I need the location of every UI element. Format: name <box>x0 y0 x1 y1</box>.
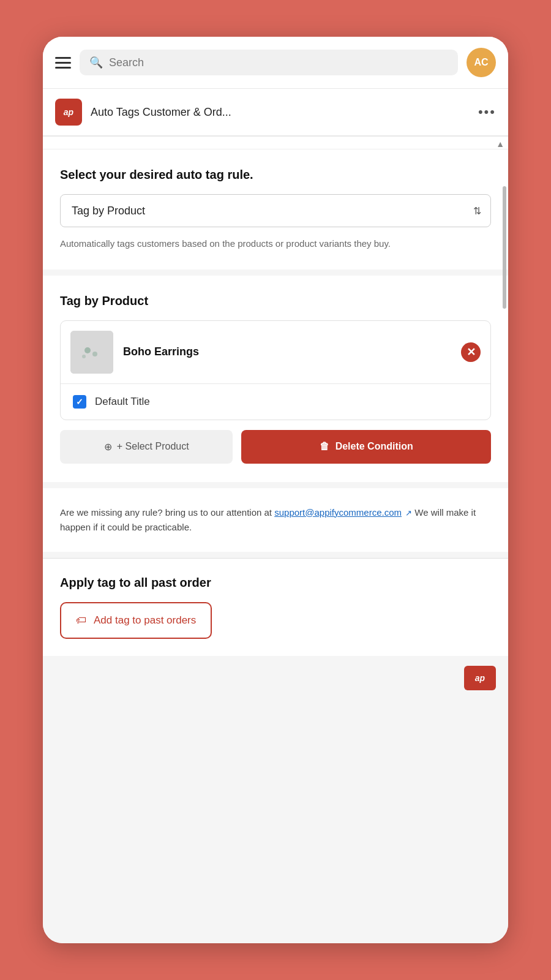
main-content: Select your desired auto tag rule. Tag b… <box>43 149 508 943</box>
rule-description: Automatically tags customers based on th… <box>60 237 491 251</box>
variant-checkbox[interactable]: ✓ <box>73 395 86 409</box>
close-icon: ✕ <box>467 345 476 359</box>
hamburger-menu[interactable] <box>55 57 71 69</box>
product-name: Boho Earrings <box>123 345 461 358</box>
info-text: Are we missing any rule? bring us to our… <box>60 505 491 535</box>
past-orders-title: Apply tag to all past order <box>60 576 491 590</box>
product-card: Boho Earrings ✕ ✓ Default Title <box>60 320 491 420</box>
support-email-link[interactable]: support@appifycommerce.com <box>274 507 402 518</box>
product-row: Boho Earrings ✕ <box>61 321 490 384</box>
app-title: Auto Tags Customer & Ord... <box>91 106 478 119</box>
variant-label: Default Title <box>95 396 150 408</box>
content-wrapper: Select your desired auto tag rule. Tag b… <box>43 149 508 699</box>
top-bar: 🔍 AC <box>43 37 508 89</box>
remove-product-button[interactable]: ✕ <box>461 342 481 362</box>
variant-row: ✓ Default Title <box>61 384 490 420</box>
rule-select-wrapper: Tag by Product Tag by Order Amount Tag b… <box>60 194 491 227</box>
select-product-label: + Select Product <box>117 441 189 452</box>
svg-point-1 <box>84 347 91 353</box>
svg-point-3 <box>82 355 86 358</box>
svg-rect-0 <box>70 331 113 374</box>
app-logo: ap <box>55 99 82 126</box>
scrollbar-thumb[interactable] <box>503 186 506 309</box>
delete-condition-label: Delete Condition <box>335 441 413 452</box>
info-section: Are we missing any rule? bring us to our… <box>43 488 508 552</box>
app-header: ap Auto Tags Customer & Ord... ••• <box>43 89 508 137</box>
past-orders-section: Apply tag to all past order 🏷 Add tag to… <box>43 559 508 656</box>
search-bar[interactable]: 🔍 <box>80 50 458 75</box>
rule-section-heading: Select your desired auto tag rule. <box>60 168 491 182</box>
svg-point-2 <box>92 352 97 356</box>
tag-icon: 🏷 <box>76 614 86 627</box>
tag-by-product-section: Tag by Product <box>43 276 508 482</box>
scroll-indicator-top: ▲ <box>43 137 508 149</box>
product-image <box>70 331 113 374</box>
info-text-before-link: Are we missing any rule? bring us to our… <box>60 507 272 518</box>
external-link-icon: ↗ <box>405 508 412 518</box>
plus-icon: ⊕ <box>104 441 112 453</box>
delete-condition-button[interactable]: 🗑 Delete Condition <box>241 430 491 464</box>
add-tag-past-orders-button[interactable]: 🏷 Add tag to past orders <box>60 602 212 639</box>
select-product-button[interactable]: ⊕ + Select Product <box>60 430 233 464</box>
product-image-inner <box>70 331 113 374</box>
scroll-up-arrow: ▲ <box>496 139 504 149</box>
bottom-area: ap <box>43 656 508 699</box>
scrollbar-track <box>503 186 506 943</box>
past-orders-button-label: Add tag to past orders <box>94 614 196 627</box>
more-options-icon[interactable]: ••• <box>478 104 496 120</box>
tag-section-title: Tag by Product <box>60 294 491 308</box>
action-row: ⊕ + Select Product 🗑 Delete Condition <box>60 430 491 464</box>
search-icon: 🔍 <box>89 56 103 69</box>
rule-select-dropdown[interactable]: Tag by Product Tag by Order Amount Tag b… <box>60 194 491 227</box>
search-input[interactable] <box>109 56 448 69</box>
earring-svg <box>70 331 113 374</box>
avatar[interactable]: AC <box>467 48 496 77</box>
bottom-logo: ap <box>464 666 496 690</box>
trash-icon: 🗑 <box>320 441 329 452</box>
rule-selection-section: Select your desired auto tag rule. Tag b… <box>43 149 508 270</box>
check-icon: ✓ <box>76 397 83 407</box>
